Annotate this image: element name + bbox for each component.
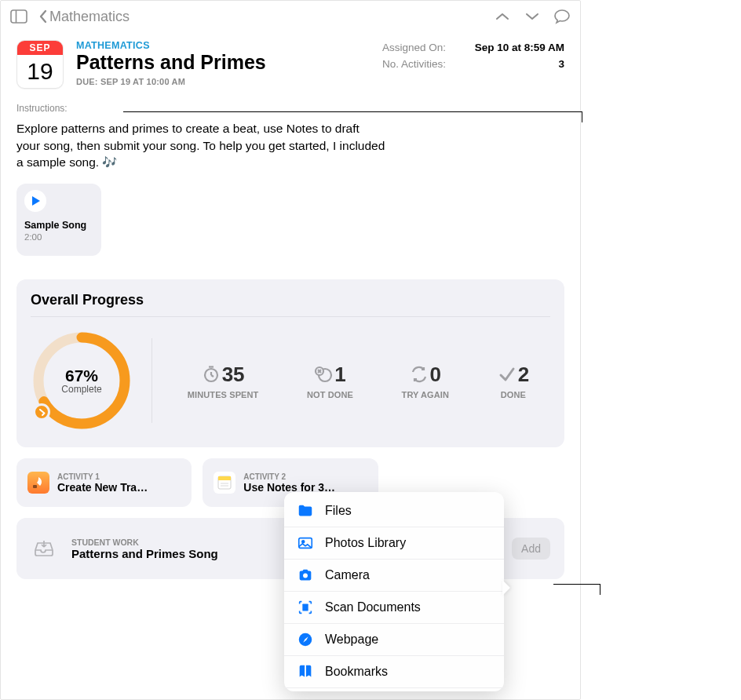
inbox-icon xyxy=(31,535,57,562)
scan-icon xyxy=(297,599,314,616)
activity-1-title: Create New Tra… xyxy=(57,481,148,494)
stat-tryagain: 0 TRY AGAIN xyxy=(402,363,449,399)
progress-percent-label: Complete xyxy=(61,384,101,395)
stat-done: 2 DONE xyxy=(498,363,529,399)
due-date-icon: SEP 19 xyxy=(16,40,64,89)
sidebar-toggle-icon[interactable] xyxy=(9,6,29,27)
sample-duration: 2:00 xyxy=(24,232,93,242)
toolbar: Mathematics xyxy=(1,1,580,32)
activities-value: 3 xyxy=(558,58,564,70)
annotation-line xyxy=(553,584,600,585)
svg-rect-15 xyxy=(218,476,231,480)
due-day: 19 xyxy=(17,55,63,85)
chat-icon[interactable] xyxy=(552,6,572,27)
menu-item-photos-label: Photos Library xyxy=(325,536,406,550)
menu-item-files-label: Files xyxy=(325,504,352,518)
garageband-icon xyxy=(27,472,49,494)
progress-percent: 67% xyxy=(65,366,98,385)
instructions-text: Explore patterns and primes to create a … xyxy=(16,120,385,171)
clock-icon xyxy=(202,365,221,384)
assignment-header: SEP 19 MATHEMATICS Patterns and Primes D… xyxy=(1,32,580,89)
sample-title: Sample Song xyxy=(24,220,93,231)
callout-arrow xyxy=(502,580,510,596)
svg-rect-13 xyxy=(33,485,37,488)
vertical-divider xyxy=(151,338,152,423)
add-button[interactable]: Add xyxy=(512,538,550,560)
menu-item-scan[interactable]: Scan Documents xyxy=(284,592,504,624)
svg-line-7 xyxy=(211,375,214,377)
folder-icon xyxy=(297,502,314,520)
student-work-kicker: STUDENT WORK xyxy=(71,538,218,547)
menu-item-camera-label: Camera xyxy=(325,568,370,582)
progress-check-icon xyxy=(33,403,50,421)
instructions-section: Instructions: Explore patterns and prime… xyxy=(1,89,580,171)
progress-heading: Overall Progress xyxy=(31,292,550,308)
notes-icon xyxy=(214,472,235,494)
activity-1-kicker: ACTIVITY 1 xyxy=(57,472,148,481)
play-icon[interactable] xyxy=(24,190,46,212)
menu-item-bookmarks[interactable]: Bookmarks xyxy=(284,656,504,688)
stat-notdone: 1 NOT DONE xyxy=(307,363,353,399)
due-month: SEP xyxy=(17,41,63,55)
stat-minutes: 35 MINUTES SPENT xyxy=(188,363,259,399)
safari-icon xyxy=(297,631,314,648)
bookmark-icon xyxy=(297,663,314,680)
menu-item-webpage-label: Webpage xyxy=(325,633,378,647)
annotation-line xyxy=(582,111,582,122)
assigned-on-value: Sep 10 at 8:59 AM xyxy=(475,42,564,53)
check-icon xyxy=(498,365,517,384)
chevron-down-icon[interactable] xyxy=(522,6,542,27)
add-popup-menu: Files Photos Library Camera Scan Documen… xyxy=(284,492,504,691)
chevron-up-icon[interactable] xyxy=(492,6,513,27)
activities-label: No. Activities: xyxy=(382,58,446,70)
back-label: Mathematics xyxy=(49,9,130,25)
student-work-title: Patterns and Primes Song xyxy=(71,547,218,560)
activity-card-1[interactable]: ACTIVITY 1Create New Tra… xyxy=(16,458,192,507)
assigned-on-label: Assigned On: xyxy=(382,42,446,53)
svg-rect-0 xyxy=(11,10,27,23)
svg-rect-21 xyxy=(302,603,308,611)
assignment-meta: Assigned On:Sep 10 at 8:59 AM No. Activi… xyxy=(382,42,564,75)
svg-point-19 xyxy=(302,541,305,543)
annotation-line xyxy=(123,111,582,112)
retry-icon xyxy=(410,365,429,384)
menu-item-webpage[interactable]: Webpage xyxy=(284,624,504,656)
svg-point-20 xyxy=(303,574,308,578)
notdone-icon xyxy=(314,365,333,384)
menu-item-photos[interactable]: Photos Library xyxy=(284,527,504,560)
annotation-line xyxy=(600,584,600,595)
camera-icon xyxy=(297,567,314,584)
sample-song-card[interactable]: Sample Song 2:00 xyxy=(16,184,101,256)
menu-item-camera[interactable]: Camera xyxy=(284,560,504,592)
svg-marker-2 xyxy=(32,196,40,206)
divider xyxy=(31,316,550,317)
photos-icon xyxy=(297,534,314,552)
menu-item-scan-label: Scan Documents xyxy=(325,600,421,614)
progress-ring: 67% Complete xyxy=(31,330,133,432)
activity-2-kicker: ACTIVITY 2 xyxy=(243,472,335,481)
back-button[interactable]: Mathematics xyxy=(38,9,130,25)
due-text: DUE: SEP 19 AT 10:00 AM xyxy=(76,77,564,86)
menu-item-files[interactable]: Files xyxy=(284,495,504,527)
overall-progress-panel: Overall Progress 67% Complete 35 MINUTES… xyxy=(16,279,564,447)
menu-item-bookmarks-label: Bookmarks xyxy=(325,665,388,679)
